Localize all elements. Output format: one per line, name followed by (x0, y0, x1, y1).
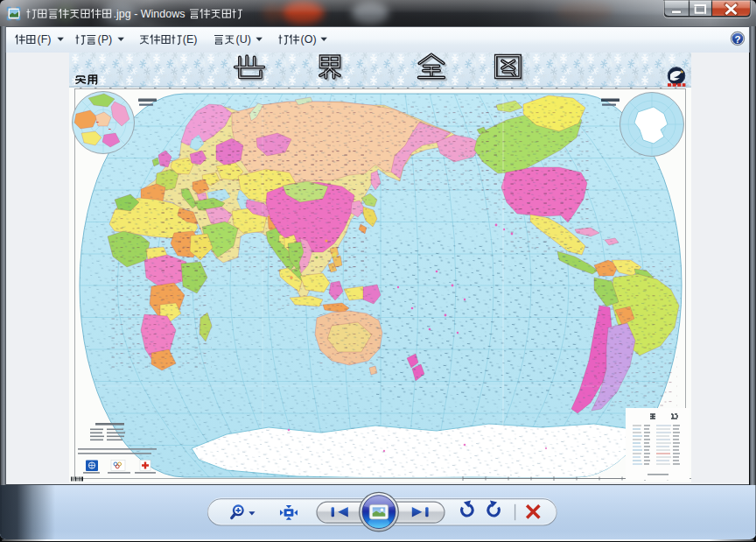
svg-text:(P): (P) (98, 33, 113, 46)
svg-text:?: ? (734, 34, 740, 45)
svg-text:(U): (U) (236, 33, 251, 46)
svg-text:.jpg - Windows: .jpg - Windows (114, 8, 186, 20)
svg-text:(O): (O) (301, 33, 317, 46)
svg-text:(F): (F) (38, 33, 52, 46)
svg-text:(E): (E) (183, 33, 198, 46)
